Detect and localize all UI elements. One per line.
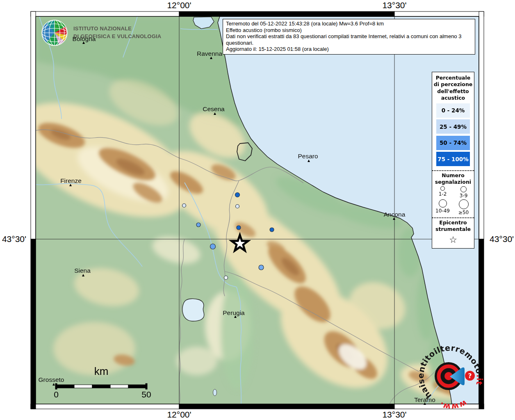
legend-size-grid: 1-23-910-49≥50 [432,186,474,216]
size-label: 3-9 [460,193,468,199]
title-line-effect: Effetto acustico (rombo sismico) [226,27,472,34]
watermark-ring-text-it: .it [474,374,484,386]
svg-text:www.: www. [438,398,469,412]
legend-title-percezione: Percentuale di percezione dell'effetto a… [432,75,474,101]
title-line-event: Terremoto del 05-12-2022 15:43:28 (ora l… [226,21,472,27]
legend-size-10-49: 10-49 [432,199,453,215]
legend-section-segnalazioni: Numero segnalazioni 1-23-910-49≥50 [432,170,474,217]
legend-percezione-classes: 0 - 24%25 - 49%50 - 74%75 - 100% [432,101,474,168]
legend-section-epicentro: Epicentro strumentale ☆ [432,217,474,248]
legend-size-≥50: ≥50 [453,199,474,215]
watermark-www: www. [438,398,469,412]
size-label: 10-49 [435,208,450,214]
observation-dot [210,244,216,249]
size-label: ≥50 [458,210,469,215]
size-circle-icon [460,186,467,192]
observation-dot [236,205,239,208]
observation-dot [182,204,186,208]
ingv-logo: ISTITUTO NAZIONALE DI GEOFISICA E VULCAN… [41,18,161,48]
size-circle-icon [440,186,445,191]
size-label: 1-2 [439,191,447,197]
legend-size-3-9: 3-9 [453,186,474,199]
size-circle-icon [439,199,447,208]
terrain-layer [0,16,479,408]
observation-dot [235,193,240,197]
title-line-data: Dati non verificati estratti da 83 quest… [226,33,472,46]
scalebar-end: 50 [141,390,151,399]
observation-dot [196,223,201,227]
small-lake [213,389,217,396]
title-line-updated: Aggiornato il: 15-12-2025 01:58 (ora loc… [226,46,472,52]
observation-dot [270,228,274,232]
ingv-globe-icon [41,18,70,48]
observation-dot [259,265,264,270]
legend-class-50-74-: 50 - 74% [436,136,470,150]
ingv-name: ISTITUTO NAZIONALE DI GEOFISICA E VULCAN… [73,18,161,48]
size-circle-icon [459,199,469,209]
scalebar-start: 0 [54,390,59,399]
legend-title-epicentro: Epicentro strumentale [432,219,474,233]
question-mark: ? [468,372,472,380]
legend-size-1-2: 1-2 [432,186,453,199]
epicenter-star-icon: ☆ [432,235,474,245]
observation-dot [224,276,228,280]
legend-title-segnalazioni: Numero segnalazioni [432,172,474,186]
legend-class-0-24-: 0 - 24% [436,103,470,118]
lake-trasimeno [182,299,204,321]
haisentitoilterremoto-watermark: ? haisentitoilterremoto.it www. [413,340,487,414]
observation-dot [237,226,241,230]
scalebar-unit: km [94,365,109,378]
legend-class-75-100-: 75 - 100% [436,152,470,166]
legend-panel: Percentuale di percezione dell'effetto a… [432,72,474,249]
legend-class-25-49-: 25 - 49% [436,119,470,134]
title-box: Terremoto del 05-12-2022 15:43:28 (ora l… [223,19,475,55]
